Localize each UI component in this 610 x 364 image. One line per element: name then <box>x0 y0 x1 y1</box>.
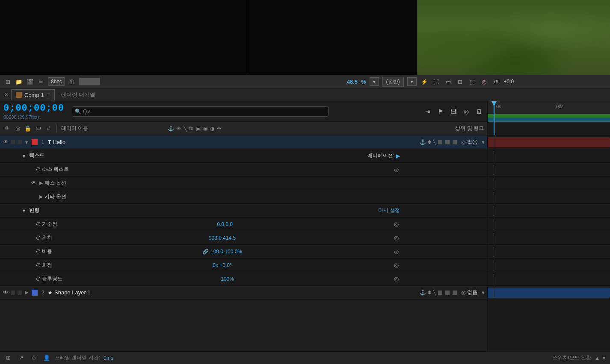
ruler-label-02s: 02s <box>556 104 564 109</box>
comp-menu-icon[interactable]: ≡ <box>47 91 50 98</box>
layer2-parent-circle-icon: ◎ <box>461 290 465 296</box>
toolbar-center: 46.5 % ▼ (절반) ▼ ⚡ ⛶ ▭ ⊡ ⬚ ◎ ↺ +0.0 <box>254 77 607 87</box>
source-text-stopwatch[interactable]: ⏱ <box>34 166 42 173</box>
slash-switch2[interactable]: ╲ <box>433 290 436 296</box>
expand-icon[interactable]: ⊞ <box>3 355 13 361</box>
zoom-dropdown-button[interactable]: ▼ <box>370 77 379 86</box>
scroll-up-arrow[interactable]: ▲ <box>595 355 600 361</box>
rotation-stopwatch[interactable]: ⏱ <box>34 262 42 268</box>
safe-zones-icon[interactable]: ⬚ <box>468 77 477 86</box>
timeline-playhead[interactable] <box>494 101 495 135</box>
scale-keyframe-icon: ◎ <box>392 248 400 255</box>
timeline-transform-row <box>488 204 610 217</box>
opacity-value[interactable]: 100% <box>221 276 234 282</box>
fit-icon[interactable]: ⚡ <box>420 77 429 86</box>
fullscreen-icon[interactable]: ⛶ <box>432 77 441 86</box>
status-bar-right: 스위치/모드 전환 ▲ ▼ <box>553 354 607 361</box>
layer-visibility-toggle[interactable]: 👁 <box>2 139 9 145</box>
timeline-anchor-row <box>488 217 610 231</box>
lock-icon[interactable]: ⚑ <box>436 107 445 116</box>
anchor-point-value[interactable]: 0.0,0.0 <box>217 221 233 227</box>
main-toolbar: ⊞ 📁 🎬 ✏ 8bpc 🗑 46.5 % ▼ (절반) ▼ ⚡ ⛶ ▭ ⊡ ⬚… <box>0 75 610 88</box>
other-options-row[interactable]: ▶ 기타 옵션 <box>0 190 487 204</box>
film-icon[interactable]: 🎞 <box>449 107 458 116</box>
work-area-bar[interactable] <box>488 114 610 117</box>
path-options-row[interactable]: 👁 ▶ 패스 옵션 <box>0 176 487 190</box>
rotation-value[interactable]: 0x +0.0° <box>213 262 232 268</box>
layer2-parent-value: 없음 <box>467 289 477 296</box>
person-icon[interactable]: 👤 <box>42 355 51 361</box>
text-section-label: 텍스트 <box>29 152 44 159</box>
playhead-tick-1 <box>494 137 494 147</box>
header-separator <box>56 125 57 132</box>
grid-overlay-icon[interactable]: ⊡ <box>456 77 465 86</box>
position-stopwatch[interactable]: ⏱ <box>34 235 42 241</box>
reset-transform-button[interactable]: 다시 설정 <box>378 207 400 214</box>
layer-row[interactable]: 👁 ▼ 1 T Hello ⚓ ✱ ╲ ◎ 없음 <box>0 135 487 149</box>
anchor-point-row: ⏱ 기준점 0.0,0.0 ◎ <box>0 217 487 231</box>
layer2-color-swatch <box>32 290 38 296</box>
solo-icon[interactable]: ⇥ <box>423 107 432 116</box>
scale-row: ⏱ 비율 🔗 100.0,100.0% ◎ <box>0 245 487 258</box>
opacity-stopwatch[interactable]: ⏱ <box>34 276 42 282</box>
camera-icon[interactable]: 🎬 <box>26 77 34 86</box>
status-bar: ⊞ ↗ ◇ 👤 프레임 렌더링 시간: 0ms 스위치/모드 전환 ▲ ▼ <box>0 351 610 364</box>
comp-tabs-bar: ✕ Comp 1 ≡ 렌더링 대기열 <box>0 88 610 101</box>
slash-switch[interactable]: ╲ <box>433 139 436 145</box>
timeline-rotation-row <box>488 258 610 272</box>
color-wheel-icon[interactable]: ◎ <box>480 77 489 86</box>
path-options-expand[interactable]: ▶ <box>38 180 44 186</box>
scale-stopwatch[interactable]: ⏱ <box>34 248 42 255</box>
scale-value[interactable]: 100.0,100.0% <box>210 249 242 255</box>
calendar-icon[interactable]: 🗓 <box>474 107 484 116</box>
extract-icon[interactable]: ↗ <box>16 355 26 361</box>
trash-icon[interactable]: 🗑 <box>68 77 76 86</box>
anchor-stopwatch[interactable]: ⏱ <box>34 221 42 227</box>
scroll-down-arrow[interactable]: ▼ <box>601 355 607 361</box>
layer2-lock-dot <box>18 291 22 295</box>
anchor-switch2[interactable]: ⚓ <box>420 290 426 296</box>
asterisk-switch2[interactable]: ✱ <box>427 290 432 296</box>
current-time-display[interactable]: 0;00;00;00 <box>3 103 64 114</box>
transform-section-label: 변형 <box>29 207 39 214</box>
search-input[interactable] <box>83 109 326 114</box>
anchor-switch[interactable]: ⚓ <box>420 139 426 145</box>
grid-icon[interactable]: ⊞ <box>3 77 12 86</box>
sw1: ⚓ <box>168 126 174 132</box>
sw-sq6 <box>453 291 457 295</box>
animation-button[interactable]: ▶ <box>396 153 400 159</box>
scale-link-icon[interactable]: 🔗 <box>202 249 209 255</box>
comp-tab-active[interactable]: Comp 1 ≡ <box>11 89 55 100</box>
aspect-icon[interactable]: ▭ <box>444 77 453 86</box>
scale-label: 비율 <box>42 248 52 255</box>
layer-parent-link: ◎ 없음 ▼ <box>461 138 486 146</box>
folder-icon[interactable]: 📁 <box>15 77 23 86</box>
text-section-expand[interactable]: ▼ <box>21 153 27 159</box>
transform-expand[interactable]: ▼ <box>21 208 27 213</box>
view-mode-dropdown-button[interactable]: ▼ <box>407 77 417 86</box>
pen-icon[interactable]: ✏ <box>37 77 45 86</box>
source-text-label: 소스 텍스트 <box>42 166 69 173</box>
solo-header-icon: ◎ <box>14 125 21 132</box>
parent-link-dropdown[interactable]: ▼ <box>481 140 486 145</box>
bit-depth-label: 8bpc <box>48 77 65 86</box>
scroll-arrows: ▲ ▼ <box>595 355 607 361</box>
comp-tab-title: Comp 1 <box>24 92 44 98</box>
position-label: 위치 <box>42 234 52 241</box>
position-value[interactable]: 903.0,414.5 <box>209 235 236 241</box>
asterisk-switch[interactable]: ✱ <box>427 139 432 145</box>
layer2-parent-dropdown[interactable]: ▼ <box>481 290 486 295</box>
layer-row-2[interactable]: 👁 ▶ 2 ★ Shape Layer 1 ⚓ ✱ ╲ ◎ <box>0 286 487 299</box>
path-options-eye[interactable]: 👁 <box>30 180 38 186</box>
sw-sq4 <box>438 291 442 295</box>
grass-preview <box>418 0 610 75</box>
layer2-expand-arrow[interactable]: ▶ <box>23 290 30 295</box>
layer2-visibility-toggle[interactable]: 👁 <box>2 289 9 296</box>
keyframe-icon[interactable]: ◇ <box>29 355 38 361</box>
circle-icon[interactable]: ◎ <box>462 107 471 116</box>
other-options-expand[interactable]: ▶ <box>38 194 44 200</box>
close-panel-button[interactable]: ✕ <box>3 91 9 99</box>
layer2-parent-link: ◎ 없음 ▼ <box>461 289 486 296</box>
refresh-icon[interactable]: ↺ <box>492 77 500 86</box>
layer-expand-arrow[interactable]: ▼ <box>23 140 30 145</box>
